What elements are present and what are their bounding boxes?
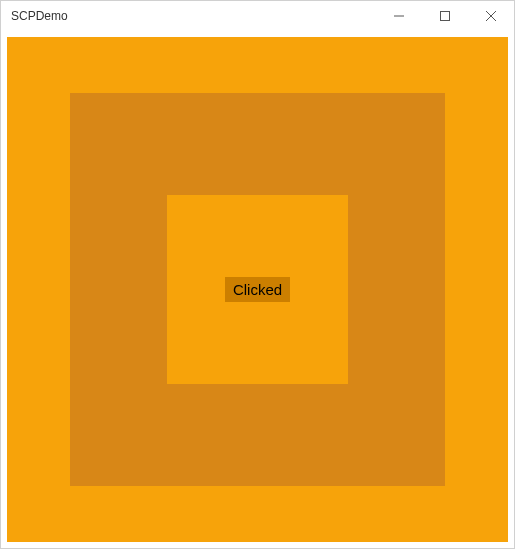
window-title: SCPDemo bbox=[11, 9, 68, 23]
inner-panel: Clicked bbox=[167, 195, 347, 384]
window-controls bbox=[376, 1, 514, 31]
close-icon bbox=[486, 11, 496, 21]
svg-rect-1 bbox=[441, 12, 450, 21]
close-button[interactable] bbox=[468, 1, 514, 31]
maximize-button[interactable] bbox=[422, 1, 468, 31]
client-area: Clicked bbox=[1, 31, 514, 548]
middle-panel: Clicked bbox=[70, 93, 446, 487]
minimize-button[interactable] bbox=[376, 1, 422, 31]
app-window: SCPDemo Clicked bbox=[0, 0, 515, 549]
outer-panel: Clicked bbox=[7, 37, 508, 542]
clicked-button[interactable]: Clicked bbox=[225, 277, 290, 302]
titlebar: SCPDemo bbox=[1, 1, 514, 31]
maximize-icon bbox=[440, 11, 450, 21]
minimize-icon bbox=[394, 11, 404, 21]
